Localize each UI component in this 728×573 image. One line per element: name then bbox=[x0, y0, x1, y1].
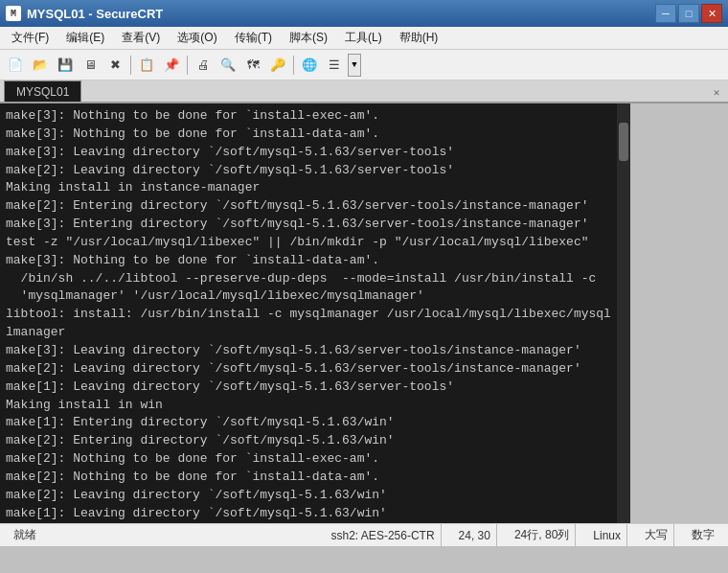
terminal-line: make[2]: Nothing to be done for `install… bbox=[6, 450, 611, 469]
scrollbar-thumb[interactable] bbox=[619, 123, 628, 161]
tab-label: MYSQL01 bbox=[16, 85, 69, 99]
menu-view[interactable]: 查看(V) bbox=[114, 28, 168, 48]
toolbar: 📄 📂 💾 🖥 ✖ 📋 📌 🖨 🔍 🗺 🔑 🌐 ☰ ▼ bbox=[0, 50, 728, 80]
menu-script[interactable]: 脚本(S) bbox=[282, 28, 335, 48]
maximize-button[interactable]: □ bbox=[678, 4, 699, 23]
toolbar-new[interactable]: 📄 bbox=[4, 54, 27, 77]
toolbar-paste[interactable]: 📌 bbox=[160, 54, 183, 77]
menu-tools[interactable]: 工具(L) bbox=[337, 28, 390, 48]
toolbar-open[interactable]: 📂 bbox=[29, 54, 52, 77]
terminal-line: make[2]: Leaving directory `/soft/mysql-… bbox=[6, 162, 611, 180]
terminal-line: make[1]: Leaving directory `/soft/mysql-… bbox=[6, 505, 611, 523]
status-lines: 24行, 80列 bbox=[509, 524, 576, 547]
terminal-line: make[3]: Nothing to be done for `install… bbox=[6, 107, 611, 126]
scrollbar[interactable] bbox=[617, 103, 630, 523]
terminal-line: make[3]: Entering directory `/soft/mysql… bbox=[6, 216, 611, 234]
terminal-line: make[3]: Nothing to be done for `install… bbox=[6, 252, 611, 270]
menu-file[interactable]: 文件(F) bbox=[4, 28, 57, 48]
toolbar-save[interactable]: 💾 bbox=[54, 54, 77, 77]
toolbar-globe[interactable]: 🌐 bbox=[298, 54, 321, 77]
menu-bar: 文件(F) 编辑(E) 查看(V) 选项(O) 传输(T) 脚本(S) 工具(L… bbox=[0, 27, 728, 50]
menu-edit[interactable]: 编辑(E) bbox=[58, 28, 112, 48]
status-caps: 大写 bbox=[639, 524, 674, 547]
close-button[interactable]: ✕ bbox=[701, 4, 722, 23]
status-ssh: ssh2: AES-256-CTR bbox=[326, 524, 442, 547]
toolbar-map[interactable]: 🗺 bbox=[241, 54, 264, 77]
toolbar-sep-3 bbox=[293, 56, 294, 75]
tab-close-button[interactable]: ✕ bbox=[709, 84, 724, 100]
status-os: Linux bbox=[587, 524, 627, 547]
terminal-line: make[2]: Nothing to be done for `install… bbox=[6, 469, 611, 487]
toolbar-key[interactable]: 🔑 bbox=[266, 54, 289, 77]
toolbar-sep-2 bbox=[187, 56, 188, 75]
terminal-line: make[2]: Leaving directory `/soft/mysql-… bbox=[6, 487, 611, 505]
terminal[interactable]: make[3]: Nothing to be done for `install… bbox=[0, 103, 617, 523]
menu-options[interactable]: 选项(O) bbox=[170, 28, 224, 48]
terminal-line: 'mysqlmanager' '/usr/local/mysql/libexec… bbox=[6, 287, 611, 306]
status-position: 24, 30 bbox=[453, 524, 497, 547]
terminal-wrapper: make[3]: Nothing to be done for `install… bbox=[0, 103, 728, 523]
terminal-line: make[2]: Entering directory `/soft/mysql… bbox=[6, 432, 611, 450]
toolbar-disconnect[interactable]: ✖ bbox=[103, 54, 126, 77]
terminal-line: test -z "/usr/local/mysql/libexec" || /b… bbox=[6, 234, 611, 252]
status-left: 就绪 bbox=[8, 524, 42, 547]
terminal-line: Making install in win bbox=[6, 397, 611, 415]
title-bar: M MYSQL01 - SecureCRT ─ □ ✕ bbox=[0, 0, 728, 27]
terminal-line: [root@MYSQL01 mysql-5.1.63]# bbox=[6, 522, 611, 523]
terminal-line: make[1]: Leaving directory `/soft/mysql-… bbox=[6, 378, 611, 397]
menu-transfer[interactable]: 传输(T) bbox=[227, 28, 280, 48]
terminal-line: /bin/sh ../../libtool --preserve-dup-dep… bbox=[6, 270, 611, 288]
title-bar-left: M MYSQL01 - SecureCRT bbox=[6, 6, 163, 21]
toolbar-connect[interactable]: 🖥 bbox=[79, 54, 102, 77]
status-right: ssh2: AES-256-CTR 24, 30 24行, 80列 Linux … bbox=[326, 524, 720, 547]
status-ready: 就绪 bbox=[8, 524, 42, 547]
terminal-line: lmanager bbox=[6, 324, 611, 342]
tab-mysql01[interactable]: MYSQL01 bbox=[4, 80, 81, 102]
status-num: 数字 bbox=[686, 524, 720, 547]
terminal-line: libtool: install: /usr/bin/install -c my… bbox=[6, 306, 611, 324]
title-bar-controls: ─ □ ✕ bbox=[655, 4, 722, 23]
tab-bar: MYSQL01 ✕ bbox=[0, 80, 728, 103]
toolbar-find[interactable]: 🔍 bbox=[216, 54, 239, 77]
toolbar-copy[interactable]: 📋 bbox=[135, 54, 158, 77]
toolbar-dropdown[interactable]: ▼ bbox=[348, 54, 361, 77]
status-bar: 就绪 ssh2: AES-256-CTR 24, 30 24行, 80列 Lin… bbox=[0, 523, 728, 546]
terminal-line: make[3]: Leaving directory `/soft/mysql-… bbox=[6, 144, 611, 162]
terminal-line: make[3]: Nothing to be done for `install… bbox=[6, 126, 611, 144]
app-icon: M bbox=[6, 6, 21, 21]
terminal-line: Making install in instance-manager bbox=[6, 179, 611, 197]
title-bar-text: MYSQL01 - SecureCRT bbox=[27, 7, 163, 21]
terminal-line: make[2]: Entering directory `/soft/mysql… bbox=[6, 197, 611, 216]
menu-help[interactable]: 帮助(H) bbox=[392, 28, 446, 48]
terminal-line: make[2]: Leaving directory `/soft/mysql-… bbox=[6, 360, 611, 378]
terminal-line: make[1]: Entering directory `/soft/mysql… bbox=[6, 414, 611, 432]
app-icon-letter: M bbox=[11, 9, 16, 19]
toolbar-print[interactable]: 🖨 bbox=[192, 54, 215, 77]
toolbar-sep-1 bbox=[130, 56, 131, 75]
terminal-line: make[3]: Leaving directory `/soft/mysql-… bbox=[6, 342, 611, 360]
toolbar-list[interactable]: ☰ bbox=[323, 54, 346, 77]
minimize-button[interactable]: ─ bbox=[655, 4, 676, 23]
